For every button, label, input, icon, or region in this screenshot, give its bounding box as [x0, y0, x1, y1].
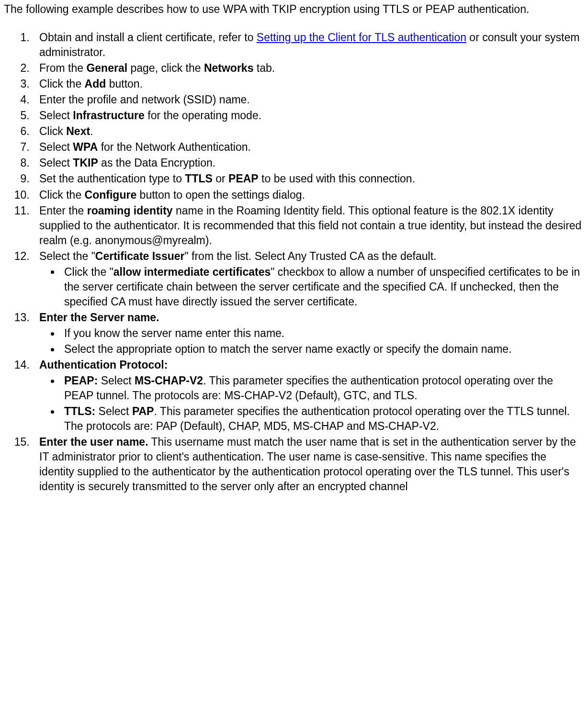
text: for the Network Authentication.: [98, 141, 251, 153]
step-9: Set the authentication type to TTLS or P…: [33, 171, 584, 186]
step-1-pre: Obtain and install a client certificate,…: [39, 31, 257, 44]
text: to be used with this connection.: [259, 172, 415, 185]
tls-auth-link[interactable]: Setting up the Client for TLS authentica…: [257, 31, 466, 44]
auth-protocol-bold: Authentication Protocol:: [39, 359, 168, 371]
text: Select: [39, 109, 73, 122]
peap-bold: PEAP: [228, 172, 259, 185]
ttls-bold: TTLS: [185, 172, 213, 185]
text: as the Data Encryption.: [98, 157, 215, 169]
mschapv2-bold: MS-CHAP-V2: [135, 374, 203, 387]
step-14-sub-2: TTLS: Select PAP. This parameter specifi…: [64, 404, 584, 434]
step-8: Select TKIP as the Data Encryption.: [33, 156, 584, 170]
certificate-issuer-bold: Certificate Issuer: [95, 250, 185, 262]
tkip-bold: TKIP: [73, 157, 98, 169]
step-6: Click Next.: [33, 124, 584, 139]
add-bold: Add: [85, 78, 106, 90]
text: From the: [39, 62, 86, 74]
text: Enter the: [39, 204, 87, 217]
text: or: [213, 172, 228, 185]
step-12-sub-1: Click the "allow intermediate certificat…: [64, 265, 584, 309]
text: .: [90, 125, 93, 137]
text: button.: [106, 78, 143, 90]
text: Click the: [39, 189, 85, 201]
steps-list: Obtain and install a client certificate,…: [4, 30, 584, 494]
text: Select: [39, 141, 73, 153]
text: page, click the: [127, 62, 204, 74]
configure-bold: Configure: [85, 189, 137, 201]
step-14-sub-1: PEAP: Select MS-CHAP-V2. This parameter …: [64, 373, 584, 403]
text: Select the ": [39, 250, 95, 262]
step-13-sublist: If you know the server name enter this n…: [39, 326, 584, 357]
enter-server-name-bold: Enter the Server name.: [39, 311, 159, 324]
step-13: Enter the Server name. If you know the s…: [33, 310, 584, 357]
step-14-sublist: PEAP: Select MS-CHAP-V2. This parameter …: [39, 373, 584, 434]
text: Click the: [39, 78, 85, 90]
intro-paragraph: The following example describes how to u…: [4, 2, 584, 17]
text: Click: [39, 125, 66, 137]
step-4: Enter the profile and network (SSID) nam…: [33, 92, 584, 107]
allow-intermediate-bold: allow intermediate certificates: [113, 266, 271, 278]
step-12: Select the "Certificate Issuer" from the…: [33, 249, 584, 309]
text: Select: [98, 374, 135, 387]
text: Click the ": [64, 266, 113, 278]
text: for the operating mode.: [145, 109, 261, 122]
pap-bold: PAP: [132, 405, 154, 417]
text: Enter the profile and network (SSID) nam…: [39, 93, 250, 106]
roaming-identity-bold: roaming identity: [87, 204, 173, 217]
peap-label-bold: PEAP:: [64, 374, 98, 387]
step-7: Select WPA for the Network Authenticatio…: [33, 140, 584, 155]
step-10: Click the Configure button to open the s…: [33, 188, 584, 202]
text: Select: [39, 157, 73, 169]
step-11: Enter the roaming identity name in the R…: [33, 203, 584, 248]
step-3: Click the Add button.: [33, 77, 584, 91]
step-1: Obtain and install a client certificate,…: [33, 30, 584, 60]
networks-bold: Networks: [204, 62, 254, 74]
text: Select: [95, 405, 132, 417]
next-bold: Next: [66, 125, 90, 137]
general-bold: General: [86, 62, 127, 74]
ttls-label-bold: TTLS:: [64, 405, 95, 417]
step-13-sub-2: Select the appropriate option to match t…: [64, 342, 584, 357]
text: tab.: [253, 62, 275, 74]
text: button to open the settings dialog.: [136, 189, 305, 201]
text: Set the authentication type to: [39, 172, 185, 185]
wpa-bold: WPA: [73, 141, 98, 153]
step-2: From the General page, click the Network…: [33, 61, 584, 76]
step-14: Authentication Protocol: PEAP: Select MS…: [33, 358, 584, 434]
enter-user-name-bold: Enter the user name.: [39, 436, 148, 448]
step-15: Enter the user name. This username must …: [33, 435, 584, 494]
infrastructure-bold: Infrastructure: [73, 109, 145, 122]
step-5: Select Infrastructure for the operating …: [33, 108, 584, 123]
step-13-sub-1: If you know the server name enter this n…: [64, 326, 584, 341]
text: Select the appropriate option to match t…: [64, 343, 512, 355]
step-12-sublist: Click the "allow intermediate certificat…: [39, 265, 584, 309]
text: If you know the server name enter this n…: [64, 327, 284, 339]
text: " from the list. Select Any Trusted CA a…: [184, 250, 436, 262]
